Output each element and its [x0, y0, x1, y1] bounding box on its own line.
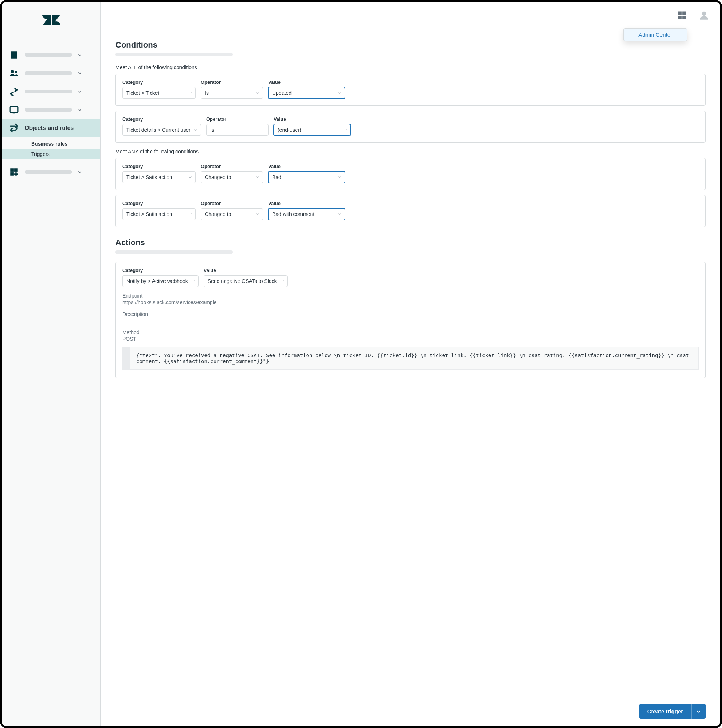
all-conditions-label: Meet ALL of the following conditions — [115, 64, 705, 70]
select-value[interactable]: (end-user) — [274, 124, 351, 136]
chevron-down-icon — [255, 212, 260, 216]
endpoint-label: Endpoint — [123, 293, 699, 299]
label-operator: Operator — [206, 116, 268, 122]
endpoint-value: https://hooks.slack.com/services/example — [123, 300, 699, 305]
svg-rect-4 — [10, 168, 14, 172]
chevron-down-icon — [255, 91, 260, 95]
section-placeholder — [115, 250, 233, 254]
svg-rect-2 — [10, 107, 18, 112]
nav-placeholder — [25, 90, 72, 93]
select-category[interactable]: Ticket > Ticket — [123, 87, 196, 99]
label-value: Value — [268, 200, 345, 206]
nav-placeholder — [25, 170, 72, 174]
chevron-down-icon — [188, 212, 192, 216]
label-value: Value — [268, 80, 345, 85]
select-value[interactable]: Bad — [268, 171, 345, 183]
chevron-down-icon — [337, 212, 342, 216]
select-operator[interactable]: Changed to — [201, 208, 263, 220]
zendesk-logo-icon — [42, 11, 61, 30]
sidebar: Objects and rules Business rules Trigger… — [2, 2, 101, 726]
method-block: Method POST — [123, 329, 699, 342]
flow-icon — [8, 122, 19, 134]
label-operator: Operator — [201, 80, 263, 85]
sub-nav-triggers[interactable]: Triggers — [2, 149, 100, 159]
condition-row: Category Ticket > Satisfaction Operator … — [115, 158, 705, 190]
description-block: Description - — [123, 311, 699, 324]
chevron-down-icon — [188, 91, 192, 95]
nav-placeholder — [25, 53, 72, 57]
main: Admin Center Conditions Meet ALL of the … — [101, 2, 720, 726]
footer-actions: Create trigger — [639, 704, 705, 719]
nav-placeholder — [25, 71, 72, 75]
nav-item-channels[interactable] — [2, 83, 100, 101]
select-value[interactable]: Updated — [268, 87, 345, 99]
chevron-down-icon — [337, 91, 342, 95]
chevron-down-icon — [77, 52, 83, 58]
nav-item-account[interactable] — [2, 46, 100, 64]
svg-rect-8 — [682, 12, 686, 15]
svg-rect-10 — [682, 16, 686, 19]
nav-item-objects-rules[interactable]: Objects and rules — [2, 119, 100, 137]
label-operator: Operator — [201, 164, 263, 169]
chevron-down-icon — [337, 175, 342, 179]
select-category[interactable]: Ticket details > Current user — [123, 124, 201, 136]
nav-item-people[interactable] — [2, 64, 100, 83]
svg-rect-6 — [10, 173, 14, 176]
create-trigger-button[interactable]: Create trigger — [639, 704, 691, 719]
svg-rect-3 — [13, 113, 15, 114]
label-value: Value — [274, 116, 351, 122]
chevron-down-icon — [77, 70, 83, 76]
svg-point-11 — [702, 12, 706, 16]
chevron-down-icon — [193, 128, 198, 132]
topbar — [101, 2, 720, 29]
label-value: Value — [268, 164, 345, 169]
svg-rect-5 — [14, 168, 18, 172]
webhook-body[interactable]: {"text":"You've received a negative CSAT… — [123, 347, 699, 370]
svg-rect-7 — [678, 12, 682, 15]
building-icon — [8, 49, 19, 60]
select-operator[interactable]: Changed to — [201, 171, 263, 183]
svg-rect-9 — [678, 16, 682, 19]
chevron-down-icon — [343, 128, 347, 132]
method-label: Method — [123, 329, 699, 335]
section-placeholder — [115, 53, 233, 57]
select-category[interactable]: Ticket > Satisfaction — [123, 208, 196, 220]
select-value[interactable]: Bad with comment — [268, 208, 345, 220]
create-trigger-dropdown[interactable] — [691, 704, 705, 719]
chevron-down-icon — [261, 128, 265, 132]
condition-row: Category Ticket details > Current user O… — [115, 111, 705, 143]
nav-item-workspaces[interactable] — [2, 101, 100, 119]
select-operator[interactable]: Is — [206, 124, 268, 136]
conditions-title: Conditions — [115, 40, 705, 50]
label-value: Value — [204, 268, 288, 273]
svg-point-1 — [15, 71, 17, 73]
label-category: Category — [123, 164, 196, 169]
action-card: Category Notify by > Active webhook Valu… — [115, 262, 705, 378]
admin-center-link[interactable]: Admin Center — [638, 32, 672, 38]
svg-point-0 — [11, 70, 14, 73]
nav-item-apps[interactable] — [2, 163, 100, 181]
select-action-category[interactable]: Notify by > Active webhook — [123, 275, 199, 287]
label-category: Category — [123, 80, 196, 85]
chevron-down-icon — [188, 175, 192, 179]
label-category: Category — [123, 116, 201, 122]
products-icon[interactable] — [677, 10, 687, 20]
nav-placeholder — [25, 108, 72, 112]
description-value: - — [123, 318, 699, 324]
select-category[interactable]: Ticket > Satisfaction — [123, 171, 196, 183]
nav-list: Objects and rules Business rules Trigger… — [2, 38, 100, 188]
monitor-icon — [8, 104, 19, 115]
select-action-value[interactable]: Send negative CSATs to Slack — [204, 275, 288, 287]
apps-icon — [8, 167, 19, 177]
nav-label: Objects and rules — [25, 125, 74, 132]
actions-title: Actions — [115, 238, 705, 248]
chevron-down-icon — [77, 89, 83, 94]
label-operator: Operator — [201, 200, 263, 206]
user-icon[interactable] — [699, 10, 709, 20]
condition-row: Category Ticket > Ticket Operator Is — [115, 74, 705, 106]
label-category: Category — [123, 268, 199, 273]
select-operator[interactable]: Is — [201, 87, 263, 99]
content: Conditions Meet ALL of the following con… — [101, 29, 720, 420]
method-value: POST — [123, 336, 699, 342]
people-icon — [8, 68, 19, 79]
